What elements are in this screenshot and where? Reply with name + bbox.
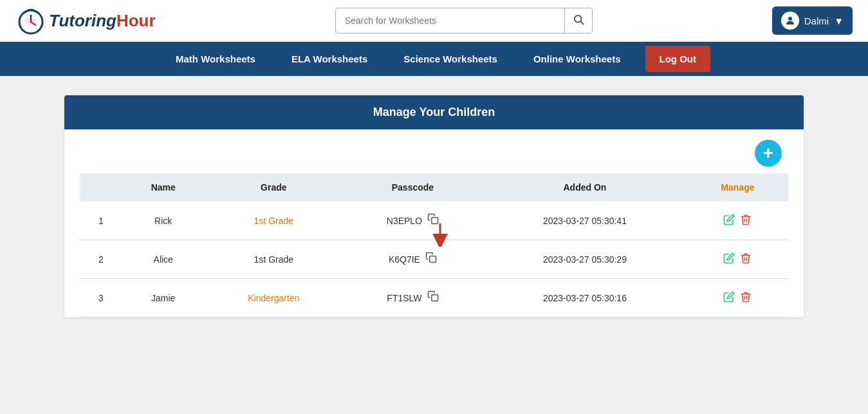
manage-icons: [695, 291, 780, 305]
row-index: 2: [80, 240, 122, 279]
search-bar: [335, 8, 593, 33]
row-added-on: 2023-03-27 05:30:16: [483, 279, 687, 317]
svg-point-7: [788, 17, 792, 21]
col-manage: Manage: [687, 173, 788, 202]
add-button-row: +: [80, 140, 788, 167]
chevron-down-icon: ▼: [834, 15, 844, 26]
svg-rect-4: [26, 18, 36, 24]
nav-science-worksheets[interactable]: Science Worksheets: [385, 42, 515, 76]
search-input[interactable]: [336, 10, 564, 31]
table-body: 1Rick1st GradeN3EPLO 2023-03-27 05:30:41…: [80, 202, 788, 317]
add-child-button[interactable]: +: [755, 140, 782, 167]
copy-icon[interactable]: [427, 214, 439, 227]
col-grade: Grade: [205, 173, 343, 202]
nav-ela-worksheets[interactable]: ELA Worksheets: [273, 42, 385, 76]
user-name-label: Dalmi: [804, 15, 829, 26]
search-button[interactable]: [564, 8, 592, 33]
manage-icons: [695, 252, 780, 267]
row-name: Rick: [122, 202, 205, 240]
row-grade: Kindergarten: [205, 279, 343, 317]
search-icon: [573, 14, 584, 25]
header: TutoringHour Dalmi ▼: [0, 0, 868, 42]
table-header: Name Grade Passcode Added On Manage: [80, 173, 788, 202]
col-added-on: Added On: [483, 173, 687, 202]
copy-icon[interactable]: [425, 253, 437, 266]
user-avatar-icon: [781, 12, 799, 30]
svg-rect-11: [430, 256, 436, 263]
delete-icon[interactable]: [740, 291, 752, 305]
edit-icon[interactable]: [723, 214, 735, 228]
row-manage: [687, 240, 788, 279]
row-name: Alice: [122, 240, 205, 279]
row-grade: 1st Grade: [205, 240, 343, 279]
row-index: 1: [80, 202, 122, 240]
col-index: [80, 173, 122, 202]
children-table: Name Grade Passcode Added On Manage 1Ric…: [80, 173, 788, 317]
passcode-text: FT1SLW: [387, 293, 421, 303]
copy-icon[interactable]: [427, 292, 439, 305]
passcode-cell: FT1SLW: [351, 290, 475, 305]
row-index: 3: [80, 279, 122, 317]
row-name: Jamie: [122, 279, 205, 317]
navigation-bar: Math Worksheets ELA Worksheets Science W…: [0, 42, 868, 76]
nav-online-worksheets[interactable]: Online Worksheets: [515, 42, 639, 76]
user-menu-button[interactable]: Dalmi ▼: [772, 6, 853, 35]
row-passcode: K6Q7IE: [343, 240, 483, 279]
logout-button[interactable]: Log Out: [645, 46, 710, 72]
delete-icon[interactable]: [740, 252, 752, 267]
main-content: Manage Your Children + Name Grade Passco…: [0, 76, 868, 337]
row-added-on: 2023-03-27 05:30:29: [483, 240, 687, 279]
manage-icons: [695, 214, 780, 228]
row-passcode: FT1SLW: [343, 279, 483, 317]
table-row: 2Alice1st GradeK6Q7IE2023-03-27 05:30:29: [80, 240, 788, 279]
logo-icon: [15, 5, 46, 36]
edit-icon[interactable]: [723, 252, 735, 267]
row-manage: [687, 202, 788, 240]
passcode-text: K6Q7IE: [389, 254, 420, 265]
delete-icon[interactable]: [740, 214, 752, 228]
copy-icon-wrapper: [427, 290, 439, 305]
col-passcode: Passcode: [343, 173, 483, 202]
edit-icon[interactable]: [723, 291, 735, 305]
svg-line-6: [580, 21, 583, 24]
table-row: 1Rick1st GradeN3EPLO 2023-03-27 05:30:41: [80, 202, 788, 240]
nav-math-worksheets[interactable]: Math Worksheets: [158, 42, 273, 76]
manage-children-card: Manage Your Children + Name Grade Passco…: [64, 95, 804, 317]
logo: TutoringHour: [15, 5, 156, 36]
col-name: Name: [122, 173, 205, 202]
card-title: Manage Your Children: [64, 95, 804, 129]
passcode-text: N3EPLO: [387, 216, 422, 226]
card-body: + Name Grade Passcode Added On Manage 1R…: [64, 129, 804, 317]
table-row: 3JamieKindergartenFT1SLW2023-03-27 05:30…: [80, 279, 788, 317]
row-manage: [687, 279, 788, 317]
svg-rect-8: [432, 218, 438, 224]
row-added-on: 2023-03-27 05:30:41: [483, 202, 687, 240]
row-grade: 1st Grade: [205, 202, 343, 240]
copy-icon-wrapper: [425, 252, 437, 267]
copy-icon-wrapper: [427, 213, 439, 228]
row-passcode: N3EPLO: [343, 202, 483, 240]
svg-rect-12: [431, 295, 438, 301]
passcode-cell: N3EPLO: [351, 213, 475, 228]
passcode-cell: K6Q7IE: [351, 252, 475, 267]
logo-text: TutoringHour: [49, 11, 156, 31]
